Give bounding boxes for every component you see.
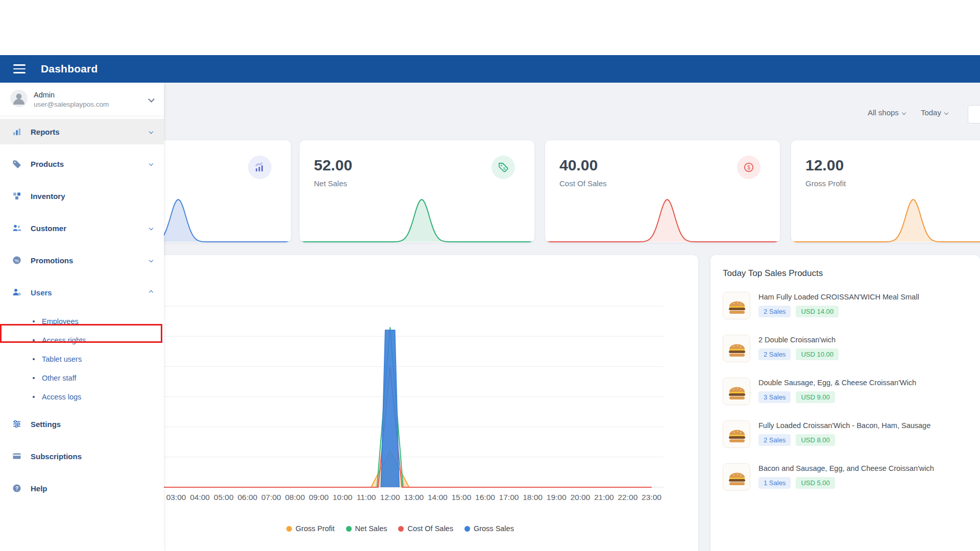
panel-title: Today Top Sales Products: [723, 268, 968, 279]
x-axis-tick-label: 17:00: [499, 493, 519, 502]
chevron-down-icon: [148, 96, 155, 103]
legend-label: Net Sales: [355, 524, 387, 533]
sidebar-item-users[interactable]: Users: [0, 280, 164, 305]
svg-text:?: ?: [15, 486, 18, 491]
x-axis-tick-label: 13:00: [404, 493, 424, 502]
legend-item[interactable]: Gross Sales: [464, 524, 514, 533]
legend-item[interactable]: Net Sales: [346, 524, 387, 533]
price-badge: USD 14.00: [796, 306, 839, 317]
chevron-down-icon: [149, 258, 153, 262]
product-list-item: Ham Fully Loaded CROISSAN'WICH Meal Smal…: [723, 292, 968, 319]
chevron-down-icon: [944, 110, 948, 114]
product-list-item: 2 Double Croissan'wich 2 Sales USD 10.00: [723, 335, 968, 362]
bullet-icon: [33, 358, 35, 360]
chart-legend: Gross ProfitNet SalesCost Of SalesGross …: [102, 524, 698, 533]
stat-label: Cost Of Sales: [559, 179, 607, 188]
x-axis-tick-label: 14:00: [428, 493, 448, 502]
x-axis-tick-label: 10:00: [333, 493, 353, 502]
product-list-item: Fully Loaded Croissan'Wich - Bacon, Ham,…: [723, 420, 968, 448]
x-axis-tick-label: 18:00: [523, 493, 543, 502]
submenu-item-label: Access logs: [42, 393, 81, 401]
legend-dot-icon: [398, 526, 404, 532]
price-tag-icon: $: [492, 156, 515, 179]
sales-count-badge: 2 Sales: [758, 348, 791, 360]
x-axis-tick-label: 11:00: [357, 493, 376, 502]
sidebar-item-settings[interactable]: Settings: [0, 411, 164, 437]
sidebar-item-products[interactable]: Products: [0, 151, 164, 177]
boxes-icon: [11, 191, 22, 201]
sidebar-item-access-rights[interactable]: Access rights: [0, 331, 164, 349]
x-axis-tick-label: 08:00: [285, 493, 305, 502]
price-badge: USD 5.00: [796, 477, 835, 489]
question-circle-icon: ?: [11, 483, 22, 493]
coin-dollar-icon: $: [737, 156, 761, 179]
sales-count-badge: 3 Sales: [758, 391, 791, 403]
product-name: Bacon and Sausage, Egg, and Cheese Crois…: [758, 464, 934, 472]
stat-label: Gross Profit: [805, 179, 846, 188]
sidebar-item-label: Promotions: [31, 256, 150, 265]
x-axis-tick-label: 03:00: [166, 493, 186, 502]
sidebar-item-promotions[interactable]: % Promotions: [0, 247, 164, 273]
app-root: Dashboard All shops Today 52.00 Net Sale…: [0, 0, 980, 551]
x-axis-tick-label: 22:00: [618, 493, 638, 502]
x-axis-tick-label: 07:00: [261, 493, 281, 502]
sidebar-item-help[interactable]: ? Help: [0, 475, 164, 501]
sidebar-nav: Reports Products Inventory: [0, 116, 164, 501]
avatar: [10, 90, 28, 109]
stat-card-cost-of-sales: 40.00 Cost Of Sales $: [545, 140, 780, 242]
sales-count-badge: 2 Sales: [758, 306, 791, 317]
sidebar-item-employees[interactable]: Employees: [0, 312, 164, 331]
chevron-up-icon: [149, 290, 153, 294]
sidebar-item-subscriptions[interactable]: Subscriptions: [0, 443, 164, 469]
sidebar-item-other-staff[interactable]: Other staff: [0, 368, 164, 387]
hamburger-menu-icon[interactable]: [13, 64, 26, 73]
price-badge: USD 10.00: [796, 348, 839, 360]
sidebar-item-label: Help: [31, 484, 153, 493]
period-filter-dropdown[interactable]: Today: [921, 108, 948, 117]
x-axis-tick-label: 20:00: [570, 493, 590, 502]
chevron-down-icon: [902, 110, 906, 114]
sidebar-item-label: Reports: [31, 128, 150, 136]
user-menu[interactable]: Admin user@salesplaypos.com: [0, 83, 164, 116]
sparkline-chart: [545, 191, 780, 242]
sidebar-item-label: Customer: [31, 224, 150, 233]
chevron-down-icon: [149, 226, 153, 230]
sidebar-item-label: Users: [31, 288, 150, 297]
growth-chart-icon: [248, 156, 272, 179]
bullet-icon: [33, 396, 35, 398]
sidebar-item-tablet-users[interactable]: Tablet users: [0, 349, 164, 368]
sales-count-badge: 1 Sales: [758, 477, 791, 489]
product-name: Ham Fully Loaded CROISSAN'WICH Meal Smal…: [758, 293, 919, 301]
top-sales-products-panel: Today Top Sales Products Ham Fully Loade…: [710, 255, 980, 551]
submenu-item-label: Access rights: [42, 336, 86, 344]
product-list-item: Double Sausage, Egg, & Cheese Croissan'W…: [723, 378, 968, 405]
sidebar-item-customer[interactable]: Customer: [0, 215, 164, 241]
sidebar-item-inventory[interactable]: Inventory: [0, 183, 164, 209]
bullet-icon: [33, 339, 35, 341]
price-badge: USD 9.00: [796, 391, 835, 403]
x-axis-tick-label: 04:00: [190, 493, 210, 502]
partial-control[interactable]: [968, 105, 980, 123]
sidebar-item-access-logs[interactable]: Access logs: [0, 387, 164, 406]
sales-summary-chart: 03:0004:0005:0006:0007:0008:0009:0010:00…: [102, 296, 698, 510]
legend-item[interactable]: Cost Of Sales: [398, 524, 453, 533]
sidebar-item-reports[interactable]: Reports: [0, 119, 164, 144]
shop-filter-dropdown[interactable]: All shops: [868, 108, 905, 117]
sparkline-chart: [300, 191, 534, 242]
stat-card-gross-profit: 12.00 Gross Profit $: [791, 140, 980, 242]
bullet-icon: [33, 377, 35, 379]
stat-value: 40.00: [559, 157, 598, 174]
people-icon: [11, 223, 22, 233]
top-navbar: Dashboard: [0, 55, 980, 83]
x-axis-tick-label: 12:00: [380, 493, 400, 502]
sidebar-item-label: Products: [31, 160, 150, 168]
legend-item[interactable]: Gross Profit: [286, 524, 335, 533]
bullet-icon: [33, 320, 35, 322]
bar-chart-icon: [11, 127, 22, 137]
dashboard-filters: All shops Today: [868, 108, 948, 117]
product-image: [723, 292, 750, 319]
legend-label: Cost Of Sales: [407, 524, 453, 533]
product-image: [723, 420, 750, 448]
x-axis-tick-label: 23:00: [642, 493, 662, 502]
stat-value: 12.00: [805, 157, 844, 174]
